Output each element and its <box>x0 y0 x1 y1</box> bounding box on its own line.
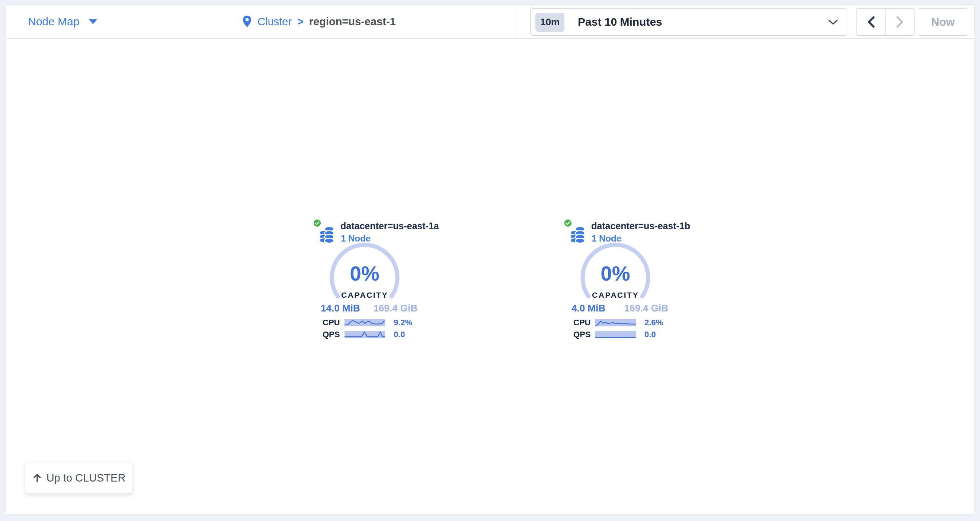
qps-value: 0.0 <box>394 330 405 339</box>
capacity-gauge: 0% CAPACITY <box>578 242 652 305</box>
capacity-used: 14.0 MiB <box>321 303 360 314</box>
qps-label: QPS <box>323 330 345 339</box>
health-check-icon <box>313 218 322 228</box>
cpu-sparkline <box>345 319 385 327</box>
cpu-metric-row: CPU 9.2% <box>313 317 424 328</box>
breadcrumb-separator: > <box>297 16 304 28</box>
time-range-label: Past 10 Minutes <box>578 16 662 28</box>
breadcrumb-cluster-link[interactable]: Cluster <box>258 16 292 28</box>
metrics: CPU 9.2% QPS 0.0 <box>313 317 424 341</box>
time-nav-arrows <box>856 8 915 36</box>
cpu-sparkline <box>595 319 636 327</box>
chevron-right-icon <box>896 16 904 28</box>
capacity-used: 4.0 MiB <box>571 303 605 314</box>
time-range-badge: 10m <box>535 13 565 32</box>
capacity-usage-row: 14.0 MiB 169.4 GiB <box>313 303 424 314</box>
qps-sparkline <box>595 331 636 338</box>
qps-metric-row: QPS 0.0 <box>313 328 424 341</box>
cpu-label: CPU <box>573 318 595 328</box>
datacenter-title: datacenter=us-east-1a <box>340 221 439 231</box>
caret-down-icon <box>89 19 97 24</box>
time-next-button[interactable] <box>886 8 915 36</box>
datacenter-group-us-east-1a[interactable]: datacenter=us-east-1a 1 Node 0% CAPACITY… <box>313 218 424 346</box>
chevron-down-icon <box>828 19 838 25</box>
cpu-value: 2.6% <box>644 318 663 328</box>
capacity-usage-row: 4.0 MiB 169.4 GiB <box>563 303 675 314</box>
capacity-label: CAPACITY <box>578 291 652 300</box>
arrow-up-icon <box>32 473 42 483</box>
cpu-label: CPU <box>323 318 345 328</box>
node-map-page: Node Map Cluster > region=us-east-1 10m … <box>0 0 980 521</box>
time-range-picker[interactable]: 10m Past 10 Minutes <box>530 8 847 36</box>
up-to-cluster-button[interactable]: Up to CLUSTER <box>25 462 133 494</box>
capacity-total: 169.4 GiB <box>624 303 668 314</box>
cpu-metric-row: CPU 2.6% <box>563 317 675 328</box>
up-to-cluster-label: Up to CLUSTER <box>46 472 126 484</box>
health-check-icon <box>563 218 573 228</box>
now-button[interactable]: Now <box>918 8 968 36</box>
qps-label: QPS <box>573 330 595 339</box>
qps-sparkline <box>345 331 385 338</box>
view-selector-label: Node Map <box>28 15 79 28</box>
capacity-percent: 0% <box>328 263 402 284</box>
capacity-total: 169.4 GiB <box>373 303 417 314</box>
time-prev-button[interactable] <box>856 8 886 36</box>
qps-metric-row: QPS 0.0 <box>563 328 675 341</box>
breadcrumb-current: region=us-east-1 <box>309 16 396 28</box>
qps-value: 0.0 <box>644 330 656 339</box>
capacity-label: CAPACITY <box>328 291 402 300</box>
topbar: Node Map Cluster > region=us-east-1 10m … <box>5 5 975 39</box>
metrics: CPU 2.6% QPS 0.0 <box>563 317 675 341</box>
node-map-canvas <box>5 39 975 515</box>
capacity-percent: 0% <box>578 263 652 284</box>
breadcrumb: Cluster > region=us-east-1 <box>242 5 396 38</box>
cpu-value: 9.2% <box>394 318 412 328</box>
location-pin-icon <box>242 15 252 28</box>
datacenter-group-us-east-1b[interactable]: datacenter=us-east-1b 1 Node 0% CAPACITY… <box>563 218 675 346</box>
capacity-gauge: 0% CAPACITY <box>328 242 402 305</box>
chevron-left-icon <box>867 16 875 28</box>
topbar-divider <box>515 8 516 36</box>
view-selector[interactable]: Node Map <box>28 5 97 38</box>
datacenter-title: datacenter=us-east-1b <box>591 221 690 231</box>
